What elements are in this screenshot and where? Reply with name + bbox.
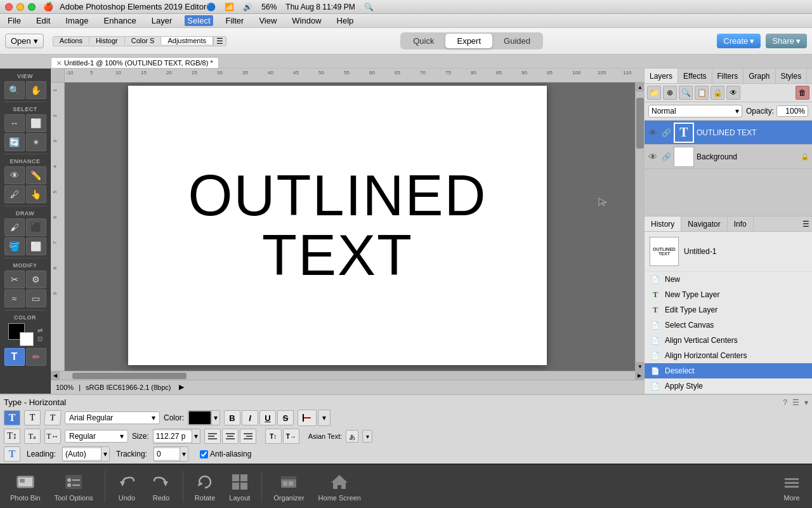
move-tool[interactable]: ↔ [4, 114, 25, 132]
anti-alias-checkbox[interactable] [200, 450, 208, 458]
home-screen-btn[interactable]: Home Screen [313, 469, 366, 504]
layer-link-background[interactable]: 🔗 [661, 152, 671, 162]
asian-text-btn[interactable]: ぁ [346, 430, 358, 443]
history-item-edit-type[interactable]: T Edit Type Layer [645, 302, 812, 318]
history-item-align-h[interactable]: 📄 Align Horizontal Centers [645, 348, 812, 363]
magic-wand-tool[interactable]: ✴ [26, 133, 46, 151]
tab-actions[interactable]: Actions [53, 37, 89, 44]
background-color[interactable] [20, 332, 34, 346]
menu-file[interactable]: File [5, 15, 23, 26]
tab-navigator[interactable]: Navigator [681, 217, 727, 231]
pan-tool[interactable]: ✋ [26, 81, 46, 99]
photo-bin-btn[interactable]: Photo Bin [5, 469, 46, 504]
history-item-deselect[interactable]: 📄 Deselect [645, 363, 812, 378]
size-dropdown[interactable]: ▾ [192, 429, 200, 443]
font-family-select[interactable]: Arial Regular ▾ [65, 411, 160, 424]
menu-view[interactable]: View [256, 15, 279, 26]
leading-input[interactable] [63, 448, 101, 460]
tracking-dropdown[interactable]: ▾ [180, 447, 188, 461]
menu-select[interactable]: Select [185, 15, 213, 26]
scroll-thumb-v[interactable] [636, 98, 644, 149]
layer-eye-background[interactable]: 👁 [647, 151, 658, 163]
tab-graph[interactable]: Graph [743, 69, 775, 83]
align-right-btn[interactable] [240, 429, 256, 444]
strikethrough-button[interactable]: S [277, 410, 294, 425]
zoom-tool[interactable]: 🔍 [4, 81, 25, 99]
color-selector[interactable]: ▾ [188, 410, 220, 425]
tool-options-btn[interactable]: Tool Options [49, 469, 98, 504]
new-layer-set-btn[interactable]: 📁 [647, 86, 661, 100]
menu-filter[interactable]: Filter [223, 15, 247, 26]
brush-draw-tool[interactable]: 🖌 [4, 218, 25, 236]
menu-window[interactable]: Window [289, 15, 324, 26]
visibility-btn[interactable]: 👁 [726, 86, 740, 100]
type-bottom-1[interactable]: T [4, 446, 20, 462]
history-item-apply-style[interactable]: 📄 Apply Style [645, 378, 812, 394]
recompose-tool[interactable]: ⚙ [26, 271, 46, 288]
tab-adjustments[interactable]: Adjustments [161, 37, 213, 44]
doc-tab[interactable]: ✕ Untitled-1 @ 100% (OUTLINED TEXT, RGB/… [51, 57, 219, 68]
layer-item-background[interactable]: 👁 🔗 Background 🔒 [645, 145, 812, 169]
history-item-new-type[interactable]: T New Type Layer [645, 287, 812, 302]
gradient-tool[interactable]: ⬜ [26, 237, 46, 255]
align-left-btn[interactable] [204, 429, 221, 444]
redo-btn[interactable]: Redo [146, 469, 176, 504]
tab-styles[interactable]: Styles [776, 69, 808, 83]
scroll-thumb-h[interactable] [72, 373, 187, 379]
open-button[interactable]: Open ▾ [5, 34, 44, 48]
clone-tool[interactable]: 🖋 [4, 185, 25, 203]
layer-eye-outlined[interactable]: 👁 [647, 127, 658, 138]
type-expand-icon[interactable]: ▾ [804, 398, 808, 407]
marquee-tool[interactable]: ⬜ [26, 114, 46, 132]
tab-filters[interactable]: Filters [712, 69, 744, 83]
minimize-button[interactable] [16, 3, 24, 11]
maximize-button[interactable] [28, 3, 36, 11]
type-list-icon[interactable]: ☰ [792, 398, 799, 407]
new-adj-layer-btn[interactable]: ⊕ [663, 86, 677, 100]
menu-help[interactable]: Help [334, 15, 357, 26]
lock-btn[interactable]: 🔍 [679, 86, 693, 100]
layer-item-outlined[interactable]: 👁 🔗 T OUTLINED TEXT [645, 121, 812, 145]
opacity-value[interactable]: 100% [776, 105, 808, 117]
paint-bucket-tool[interactable]: 🪣 [4, 237, 25, 255]
undo-btn[interactable]: Undo [112, 469, 142, 504]
swap-icon[interactable]: ⇄ [37, 327, 43, 334]
tab-color-swatches[interactable]: Color S [125, 37, 162, 44]
type-tool[interactable]: T [4, 348, 25, 366]
size-input[interactable] [154, 431, 192, 442]
type-sub-2[interactable]: Tₐ [24, 429, 41, 444]
delete-layer-btn[interactable]: 🗑 [796, 86, 809, 100]
tab-histogram[interactable]: Histogr [89, 37, 125, 44]
tab-info[interactable]: Info [728, 217, 754, 231]
close-button[interactable] [5, 3, 13, 11]
horizontal-scrollbar[interactable]: ◀ ▶ [51, 371, 644, 380]
history-options[interactable]: ☰ [800, 217, 812, 231]
smudge-tool[interactable]: 👆 [26, 185, 46, 203]
menu-layer[interactable]: Layer [149, 15, 175, 26]
tab-effects[interactable]: Effects [678, 69, 712, 83]
tab-guided[interactable]: Expert [445, 34, 492, 48]
rotate-btn[interactable]: Rotate [190, 469, 220, 504]
color-swap[interactable]: ⇄ ⊡ [37, 327, 43, 342]
orient-tb-btn[interactable]: T→ [283, 429, 299, 444]
eraser-tool[interactable]: ⬛ [26, 218, 46, 236]
text-orient-btn[interactable] [298, 410, 317, 426]
doc-close[interactable]: ✕ [56, 60, 62, 67]
history-item-new[interactable]: 📄 New [645, 272, 812, 287]
canvas-document[interactable]: OUTLINED TEXT [128, 86, 547, 365]
menu-edit[interactable]: Edit [34, 15, 53, 26]
layout-btn[interactable]: Layout [224, 469, 255, 504]
text-orient-dropdown[interactable]: ▾ [318, 410, 331, 426]
shape-tool[interactable]: ▭ [26, 290, 46, 307]
type-horizontal-btn[interactable]: T [4, 410, 20, 425]
font-style-select[interactable]: Regular ▾ [65, 430, 128, 443]
menu-image[interactable]: Image [63, 15, 91, 26]
color-dropdown-btn[interactable]: ▾ [211, 411, 219, 425]
panel-menu-btn[interactable]: ☰ [213, 37, 226, 46]
organizer-btn[interactable]: Organizer [268, 469, 309, 504]
liquify-tool[interactable]: ≈ [4, 290, 25, 307]
italic-button[interactable]: I [242, 410, 258, 425]
scroll-right[interactable]: ▶ [635, 371, 644, 380]
align-center-btn[interactable] [222, 429, 239, 444]
menu-enhance[interactable]: Enhance [102, 15, 139, 26]
